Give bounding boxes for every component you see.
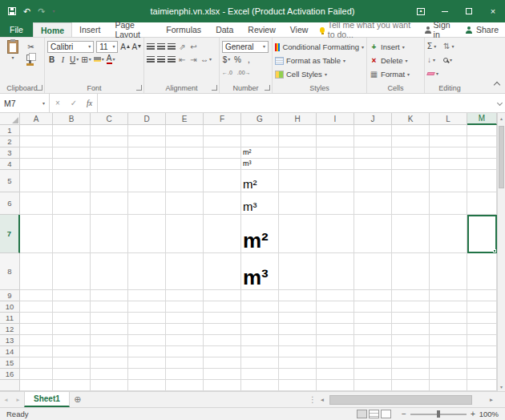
- sign-in-button[interactable]: Sign in: [418, 22, 459, 37]
- cell-partial[interactable]: [392, 380, 430, 391]
- italic-button[interactable]: I: [59, 54, 67, 65]
- cell-L13[interactable]: [430, 335, 467, 346]
- cell-I9[interactable]: [317, 290, 354, 301]
- increase-decimal-button[interactable]: ←.0: [222, 70, 232, 75]
- cell-L3[interactable]: [430, 147, 467, 159]
- tell-me-box[interactable]: Tell me what you want to do...: [315, 22, 418, 37]
- cell-D11[interactable]: [128, 313, 166, 324]
- cell-K10[interactable]: [392, 301, 430, 313]
- column-header-C[interactable]: C: [91, 113, 128, 125]
- cell-I4[interactable]: [317, 159, 354, 170]
- cell-I13[interactable]: [317, 335, 354, 346]
- cell-C13[interactable]: [91, 335, 128, 346]
- cell-G11[interactable]: [241, 313, 279, 324]
- cell-E15[interactable]: [166, 357, 204, 369]
- vertical-scrollbar[interactable]: ▴ ▾: [497, 113, 505, 391]
- row-header-4[interactable]: 4: [0, 159, 20, 170]
- cell-H3[interactable]: [279, 147, 317, 159]
- cell-F6[interactable]: [204, 192, 241, 215]
- cell-L9[interactable]: [430, 290, 467, 301]
- sheet-tab-sheet1[interactable]: Sheet1: [24, 392, 70, 407]
- cell-B8[interactable]: [53, 253, 91, 290]
- autosum-button[interactable]: Σ▾: [427, 40, 438, 52]
- cell-H4[interactable]: [279, 159, 317, 170]
- cell-C1[interactable]: [91, 125, 128, 136]
- cell-I3[interactable]: [317, 147, 354, 159]
- cell-F10[interactable]: [204, 301, 241, 313]
- cell-F2[interactable]: [204, 136, 241, 147]
- cell-I1[interactable]: [317, 125, 354, 136]
- cell-G14[interactable]: [241, 346, 279, 357]
- cell-F1[interactable]: [204, 125, 241, 136]
- cell-M9[interactable]: [467, 290, 497, 301]
- wrap-text-button[interactable]: ↩: [189, 41, 198, 52]
- cell-C4[interactable]: [91, 159, 128, 170]
- cell-D8[interactable]: [128, 253, 166, 290]
- cell-G13[interactable]: [241, 335, 279, 346]
- cell-A9[interactable]: [20, 290, 53, 301]
- cell-L16[interactable]: [430, 369, 467, 380]
- zoom-level[interactable]: 100%: [478, 410, 505, 418]
- ribbon-display-options-icon[interactable]: ▴: [409, 0, 433, 22]
- cell-D7[interactable]: [128, 215, 166, 253]
- cell-M12[interactable]: [467, 324, 497, 335]
- cell-E9[interactable]: [166, 290, 204, 301]
- formula-input[interactable]: [98, 94, 494, 112]
- cell-J3[interactable]: [354, 147, 392, 159]
- cell-L12[interactable]: [430, 324, 467, 335]
- insert-cells-button[interactable]: + Insert ▾: [370, 40, 422, 54]
- underline-button[interactable]: U▾: [70, 54, 79, 65]
- cut-button[interactable]: ✂: [26, 41, 35, 52]
- align-right-button[interactable]: [168, 56, 176, 63]
- cell-C9[interactable]: [91, 290, 128, 301]
- cell-A12[interactable]: [20, 324, 53, 335]
- cell-C5[interactable]: [91, 170, 128, 192]
- cell-A1[interactable]: [20, 125, 53, 136]
- cell-C14[interactable]: [91, 346, 128, 357]
- cell-partial[interactable]: [166, 380, 204, 391]
- row-header-1[interactable]: 1: [0, 125, 20, 136]
- cell-G6[interactable]: m³: [241, 192, 279, 215]
- cell-A8[interactable]: [20, 253, 53, 290]
- cell-H15[interactable]: [279, 357, 317, 369]
- cell-M14[interactable]: [467, 346, 497, 357]
- cell-M7[interactable]: [467, 215, 497, 253]
- cell-M2[interactable]: [467, 136, 497, 147]
- cell-C6[interactable]: [91, 192, 128, 215]
- clipboard-dialog-launcher-icon[interactable]: [37, 85, 42, 91]
- cell-M4[interactable]: [467, 159, 497, 170]
- cell-J13[interactable]: [354, 335, 392, 346]
- cell-A3[interactable]: [20, 147, 53, 159]
- font-name-select[interactable]: Calibri ▾: [47, 41, 94, 53]
- conditional-formatting-button[interactable]: Conditional Formatting ▾: [275, 40, 364, 54]
- shrink-font-button[interactable]: A: [132, 41, 141, 52]
- align-bottom-button[interactable]: [168, 43, 176, 50]
- cell-D4[interactable]: [128, 159, 166, 170]
- cell-F9[interactable]: [204, 290, 241, 301]
- row-header-12[interactable]: 12: [0, 324, 20, 335]
- row-header-8[interactable]: 8: [0, 253, 20, 290]
- cell-J5[interactable]: [354, 170, 392, 192]
- cell-D5[interactable]: [128, 170, 166, 192]
- cell-J10[interactable]: [354, 301, 392, 313]
- cell-F13[interactable]: [204, 335, 241, 346]
- page-break-view-button[interactable]: [381, 410, 391, 418]
- cell-G12[interactable]: [241, 324, 279, 335]
- row-header-15[interactable]: 15: [0, 357, 20, 369]
- cell-F11[interactable]: [204, 313, 241, 324]
- cell-C10[interactable]: [91, 301, 128, 313]
- cell-J9[interactable]: [354, 290, 392, 301]
- cell-L1[interactable]: [430, 125, 467, 136]
- cell-E11[interactable]: [166, 313, 204, 324]
- cell-I10[interactable]: [317, 301, 354, 313]
- cell-K3[interactable]: [392, 147, 430, 159]
- cell-L15[interactable]: [430, 357, 467, 369]
- cell-E14[interactable]: [166, 346, 204, 357]
- column-header-H[interactable]: H: [279, 113, 317, 125]
- cell-E4[interactable]: [166, 159, 204, 170]
- cell-A11[interactable]: [20, 313, 53, 324]
- cell-partial[interactable]: [241, 380, 279, 391]
- find-select-button[interactable]: ▾: [443, 54, 454, 66]
- cell-H5[interactable]: [279, 170, 317, 192]
- cell-F4[interactable]: [204, 159, 241, 170]
